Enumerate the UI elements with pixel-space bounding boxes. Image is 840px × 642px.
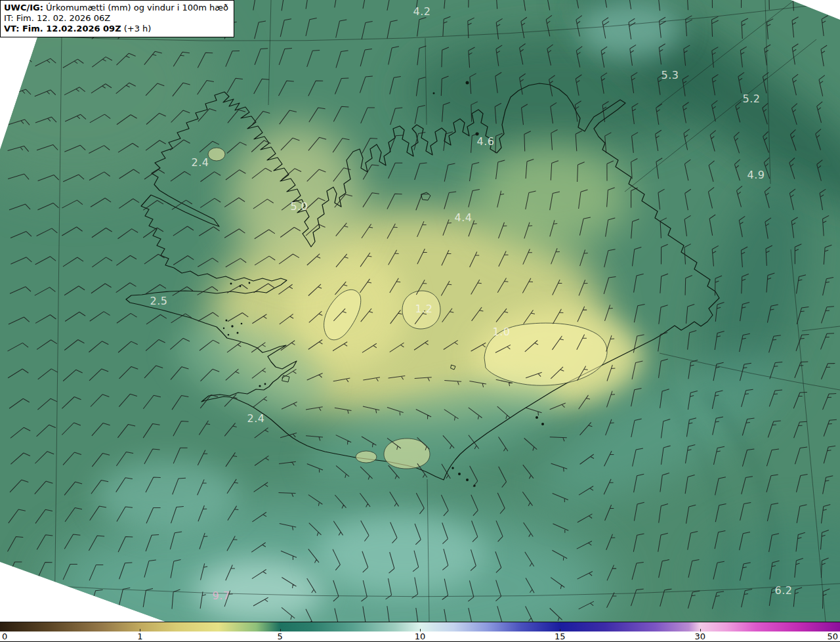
colorbar-tick-mark bbox=[280, 629, 281, 631]
colorbar-tick-label: 50 bbox=[827, 631, 838, 641]
colorbar-tick-label: 10 bbox=[415, 631, 426, 641]
colorbar-tick-label: 5 bbox=[278, 631, 283, 641]
colorbar-tick-label: 1 bbox=[137, 631, 142, 641]
colorbar: 01510153050 bbox=[0, 622, 840, 642]
colorbar-tick-label: 30 bbox=[694, 631, 705, 641]
colorbar-ticks: 01510153050 bbox=[0, 631, 840, 642]
weather-map bbox=[0, 0, 840, 622]
title-box: UWC/IG: Úrkomumætti (mm) og vindur i 100… bbox=[0, 0, 234, 37]
colorbar-tick-mark bbox=[420, 629, 421, 631]
colorbar-tick-mark bbox=[140, 629, 140, 631]
colorbar-tick-label: 0 bbox=[2, 631, 7, 641]
title-line-valid: VT: Fim. 12.02.2026 09Z (+3 h) bbox=[4, 24, 228, 34]
title-line-product: UWC/IG: Úrkomumætti (mm) og vindur i 100… bbox=[4, 3, 228, 13]
product-title: Úrkomumætti (mm) og vindur i 100m hæð bbox=[46, 3, 228, 12]
colorbar-tick-label: 15 bbox=[555, 631, 566, 641]
colorbar-tick-mark bbox=[700, 629, 701, 631]
weather-map-screenshot: 4.25.35.24.62.44.95.04.42.51.21.02.49.76… bbox=[0, 0, 840, 642]
colorbar-tick-mark bbox=[560, 629, 560, 631]
title-line-init: IT: Fim. 12. 02. 2026 06Z bbox=[4, 13, 228, 24]
model-name: UWC/IG: bbox=[4, 3, 43, 12]
